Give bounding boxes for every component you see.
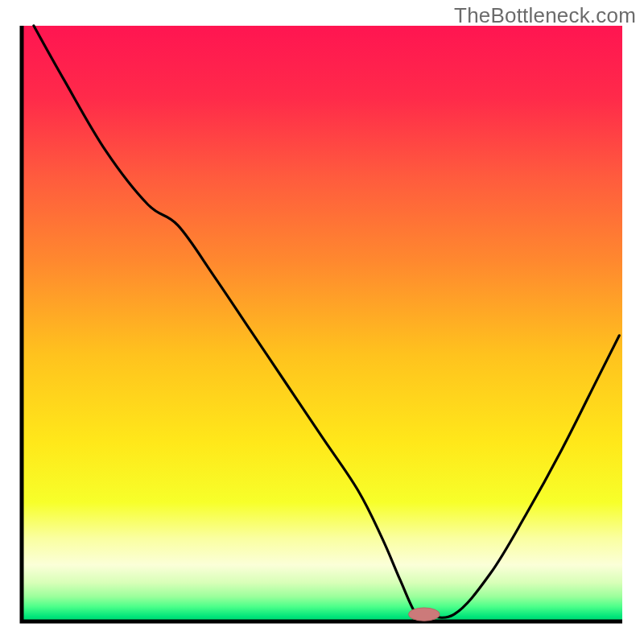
optimal-point-marker (408, 608, 440, 621)
watermark-text: TheBottleneck.com (454, 3, 636, 28)
bottleneck-chart (0, 0, 644, 644)
plot-background (22, 26, 622, 621)
chart-container: TheBottleneck.com (0, 0, 644, 644)
